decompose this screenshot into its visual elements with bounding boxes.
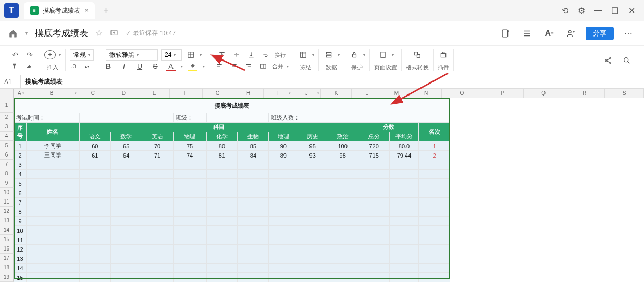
row-header-18[interactable]: 18 <box>0 263 14 272</box>
row-header-12[interactable]: 12 <box>0 207 14 216</box>
merge-icon[interactable] <box>257 61 269 72</box>
col-header-N[interactable]: N <box>411 89 442 98</box>
text-format-icon[interactable]: A≡ <box>542 26 556 41</box>
underline-button[interactable]: U <box>134 61 145 72</box>
bold-button[interactable]: B <box>103 61 114 72</box>
row-header-8[interactable]: 8 <box>0 169 14 178</box>
star-icon[interactable]: ☆ <box>95 28 103 38</box>
col-header-B[interactable]: B▾ <box>26 89 78 98</box>
close-button[interactable]: ✕ <box>623 2 640 19</box>
valign-middle-icon[interactable] <box>231 49 242 61</box>
maximize-button[interactable]: ☐ <box>606 2 623 19</box>
row-headers[interactable]: 12345678910111213141516171819 <box>0 98 14 282</box>
sync-icon[interactable]: ⟲ <box>556 2 573 19</box>
freeze-icon[interactable] <box>298 49 309 61</box>
row-header-9[interactable]: 9 <box>0 178 14 188</box>
strikethrough-button[interactable]: S <box>150 61 161 72</box>
share-button[interactable]: 分享 <box>586 27 614 40</box>
svg-point-15 <box>610 57 611 59</box>
decimal-label[interactable]: .0 <box>71 63 76 69</box>
row-header-16[interactable]: 16 <box>0 244 14 254</box>
plugin-icon[interactable] <box>438 49 449 61</box>
col-header-C[interactable]: C <box>78 89 109 98</box>
align-center-icon[interactable] <box>228 61 240 72</box>
col-header-I[interactable]: I▾ <box>264 89 292 98</box>
svg-rect-1 <box>502 30 508 37</box>
row-header-7[interactable]: 7 <box>0 160 14 169</box>
col-header-M[interactable]: M <box>382 89 411 98</box>
add-doc-icon[interactable] <box>498 26 513 41</box>
chevron-down-icon[interactable]: ▾ <box>25 30 28 36</box>
format-painter-icon[interactable] <box>9 61 21 72</box>
find-icon[interactable] <box>621 55 633 66</box>
fill-color-button[interactable] <box>187 61 199 72</box>
col-header-L[interactable]: L <box>352 89 382 98</box>
col-header-G[interactable]: G <box>203 89 233 98</box>
row-header-1[interactable]: 1 <box>0 98 14 113</box>
svg-rect-6 <box>326 52 331 54</box>
col-header-F[interactable]: F <box>170 89 203 98</box>
formula-bar[interactable]: 摸底考成绩表 <box>21 77 67 86</box>
insert-plus-icon[interactable]: + <box>44 50 56 59</box>
font-size-dropdown[interactable]: 24▾ <box>161 49 182 61</box>
row-header-14[interactable]: 14 <box>0 225 14 235</box>
font-color-button[interactable]: A <box>165 61 177 72</box>
col-header-D[interactable]: D <box>108 89 139 98</box>
column-headers[interactable]: A▾B▾CDEFGHI▾J▾KLMNOPQRS <box>14 89 644 98</box>
col-header-H[interactable]: H <box>233 89 264 98</box>
redo-button[interactable]: ↷ <box>24 49 35 61</box>
cell-reference[interactable]: A1 <box>0 75 21 88</box>
folder-plus-icon[interactable] <box>110 28 118 39</box>
decimal-arrows-icon[interactable]: ▴▾ <box>81 61 93 72</box>
eraser-icon[interactable] <box>24 61 35 72</box>
border-icon[interactable] <box>185 49 196 61</box>
row-header-2[interactable]: 2 <box>0 113 14 122</box>
row-header-13[interactable]: 13 <box>0 216 14 225</box>
row-header-6[interactable]: 6 <box>0 150 14 160</box>
row-header-17[interactable]: 17 <box>0 254 14 263</box>
link-share-icon[interactable] <box>602 55 614 66</box>
col-header-R[interactable]: R <box>564 89 605 98</box>
col-header-Q[interactable]: Q <box>524 89 564 98</box>
valign-top-icon[interactable] <box>216 49 228 61</box>
col-header-J[interactable]: J▾ <box>292 89 321 98</box>
row-header-10[interactable]: 10 <box>0 188 14 197</box>
sheet-area[interactable]: 摸底考成绩表考试时间：班级：班级人数：序号姓名科目分数名次语文数学英语物理化学生… <box>14 98 644 298</box>
close-icon[interactable]: × <box>84 6 89 15</box>
gear-icon[interactable]: ⚙ <box>573 2 590 19</box>
new-tab-button[interactable]: + <box>103 5 109 16</box>
col-header-E[interactable]: E <box>139 89 170 98</box>
valign-bottom-icon[interactable] <box>245 49 257 61</box>
col-header-S[interactable]: S <box>605 89 644 98</box>
col-header-O[interactable]: O <box>442 89 482 98</box>
more-icon[interactable]: ⋯ <box>621 26 636 41</box>
col-header-P[interactable]: P <box>482 89 523 98</box>
collaborator-icon[interactable] <box>564 26 578 41</box>
page-setup-icon[interactable] <box>377 49 389 61</box>
tab-active[interactable]: ≡ 摸底考成绩表 × <box>24 2 95 19</box>
row-header-4[interactable]: 4 <box>0 132 14 141</box>
wrap-icon[interactable] <box>260 49 271 61</box>
col-header-K[interactable]: K <box>321 89 352 98</box>
row-header-15[interactable]: 15 <box>0 235 14 244</box>
italic-button[interactable]: I <box>118 61 130 72</box>
undo-button[interactable]: ↶ <box>9 49 21 61</box>
protect-icon[interactable] <box>349 49 360 61</box>
minimize-button[interactable]: — <box>590 2 606 19</box>
col-header-A[interactable]: A▾ <box>14 89 26 98</box>
number-format-dropdown[interactable]: 常规▾ <box>70 49 94 61</box>
row-header-11[interactable]: 11 <box>0 197 14 207</box>
align-left-icon[interactable] <box>214 61 225 72</box>
check-icon: ✓ <box>126 30 131 37</box>
format-convert-icon[interactable] <box>412 49 423 61</box>
row-header-3[interactable]: 3 <box>0 122 14 132</box>
list-icon[interactable] <box>520 26 535 41</box>
select-all-corner[interactable] <box>0 89 14 98</box>
data-icon[interactable] <box>323 49 335 61</box>
row-header-5[interactable]: 5 <box>0 141 14 150</box>
home-icon[interactable] <box>8 29 18 38</box>
spreadsheet-grid[interactable]: A▾B▾CDEFGHI▾J▾KLMNOPQRS 1234567891011121… <box>0 89 644 298</box>
row-header-19[interactable]: 19 <box>0 272 14 282</box>
font-name-dropdown[interactable]: 微软雅黑▾ <box>106 49 158 61</box>
align-right-icon[interactable] <box>243 61 254 72</box>
